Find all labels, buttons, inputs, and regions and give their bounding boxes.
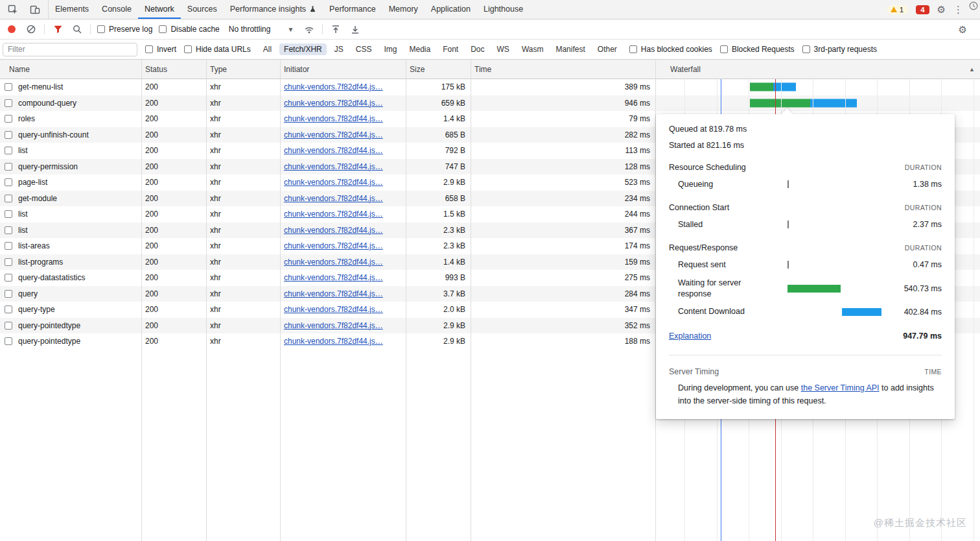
- filter-type-doc[interactable]: Doc: [466, 43, 489, 55]
- tab-performance-insights[interactable]: Performance insights: [224, 0, 323, 19]
- initiator-link[interactable]: chunk-vendors.7f82df44.js…: [284, 258, 383, 267]
- request-checkbox[interactable]: [5, 163, 12, 171]
- initiator-link[interactable]: chunk-vendors.7f82df44.js…: [284, 178, 383, 187]
- filter-type-css[interactable]: CSS: [351, 43, 377, 55]
- network-conditions-icon[interactable]: [303, 23, 316, 36]
- inspect-icon[interactable]: [6, 3, 19, 16]
- initiator-link[interactable]: chunk-vendors.7f82df44.js…: [284, 114, 383, 123]
- initiator-link[interactable]: chunk-vendors.7f82df44.js…: [284, 146, 383, 155]
- third-party-requests-checkbox[interactable]: 3rd-party requests: [802, 45, 877, 54]
- invert-checkbox[interactable]: Invert: [145, 45, 176, 54]
- column-header-initiator[interactable]: Initiator: [280, 65, 406, 74]
- column-header-waterfall[interactable]: Waterfall ▲: [655, 65, 980, 74]
- server-timing-api-link[interactable]: the Server Timing API: [801, 383, 880, 392]
- request-checkbox[interactable]: [5, 99, 12, 107]
- record-button[interactable]: [5, 23, 18, 36]
- request-checkbox[interactable]: [5, 210, 12, 218]
- search-icon[interactable]: [71, 23, 84, 36]
- request-checkbox[interactable]: [5, 83, 12, 91]
- initiator-link[interactable]: chunk-vendors.7f82df44.js…: [284, 337, 383, 346]
- size-cell: 993 B: [406, 273, 471, 282]
- import-har-icon[interactable]: [329, 23, 342, 36]
- initiator-link[interactable]: chunk-vendors.7f82df44.js…: [284, 82, 383, 91]
- initiator-link[interactable]: chunk-vendors.7f82df44.js…: [284, 305, 383, 314]
- request-checkbox[interactable]: [5, 195, 12, 202]
- column-header-size[interactable]: Size: [406, 65, 471, 74]
- initiator-link[interactable]: chunk-vendors.7f82df44.js…: [284, 162, 383, 171]
- export-har-icon[interactable]: [349, 23, 362, 36]
- tab-network[interactable]: Network: [138, 0, 181, 19]
- checkbox-label: Preserve log: [109, 25, 152, 34]
- has-blocked-cookies-checkbox[interactable]: Has blocked cookies: [629, 45, 712, 54]
- timing-row-label: Request sent: [678, 259, 726, 270]
- request-checkbox[interactable]: [5, 322, 12, 330]
- request-checkbox[interactable]: [5, 274, 12, 282]
- filter-type-ws[interactable]: WS: [493, 43, 514, 55]
- filter-type-wasm[interactable]: Wasm: [517, 43, 548, 55]
- request-checkbox[interactable]: [5, 147, 12, 154]
- initiator-cell: chunk-vendors.7f82df44.js…: [280, 194, 406, 203]
- throttling-select[interactable]: No throttling ▼: [226, 23, 297, 35]
- table-row[interactable]: get-menu-list200xhrchunk-vendors.7f82df4…: [0, 79, 980, 95]
- more-menu-icon[interactable]: ⋮: [953, 5, 963, 14]
- filter-type-font[interactable]: Font: [438, 43, 463, 55]
- tab-application[interactable]: Application: [425, 0, 477, 19]
- request-checkbox[interactable]: [5, 178, 12, 186]
- filter-type-img[interactable]: Img: [379, 43, 401, 55]
- tab-console[interactable]: Console: [95, 0, 138, 19]
- tab-sources[interactable]: Sources: [181, 0, 224, 19]
- filter-type-manifest[interactable]: Manifest: [551, 43, 589, 55]
- initiator-link[interactable]: chunk-vendors.7f82df44.js…: [284, 194, 383, 203]
- tab-elements[interactable]: Elements: [49, 0, 95, 19]
- disable-cache-checkbox[interactable]: Disable cache: [159, 25, 219, 34]
- size-cell: 2.3 kB: [406, 241, 471, 250]
- request-checkbox[interactable]: [5, 131, 12, 139]
- request-checkbox[interactable]: [5, 226, 12, 234]
- explanation-link[interactable]: Explanation: [669, 331, 711, 341]
- column-header-type[interactable]: Type: [206, 65, 280, 74]
- request-checkbox[interactable]: [5, 115, 12, 123]
- filter-icon[interactable]: [51, 23, 64, 36]
- initiator-link[interactable]: chunk-vendors.7f82df44.js…: [284, 273, 383, 282]
- request-name-cell: get-menu-list: [0, 82, 141, 91]
- filter-type-fetch-xhr[interactable]: Fetch/XHR: [279, 43, 327, 55]
- errors-badge[interactable]: 4: [916, 5, 929, 14]
- column-header-time[interactable]: Time: [471, 65, 655, 74]
- initiator-cell: chunk-vendors.7f82df44.js…: [280, 130, 406, 139]
- size-cell: 2.3 kB: [406, 226, 471, 235]
- tab-memory[interactable]: Memory: [382, 0, 425, 19]
- hide-data-urls-checkbox[interactable]: Hide data URLs: [184, 45, 251, 54]
- device-toolbar-icon[interactable]: [29, 3, 41, 16]
- tab-lighthouse[interactable]: Lighthouse: [477, 0, 530, 19]
- request-checkbox[interactable]: [5, 337, 12, 345]
- initiator-link[interactable]: chunk-vendors.7f82df44.js…: [284, 210, 383, 219]
- request-checkbox[interactable]: [5, 306, 12, 313]
- filter-input[interactable]: [3, 43, 137, 56]
- network-settings-icon[interactable]: ⚙: [959, 25, 975, 34]
- initiator-link[interactable]: chunk-vendors.7f82df44.js…: [284, 130, 383, 139]
- column-header-status[interactable]: Status: [141, 65, 206, 74]
- preserve-log-checkbox[interactable]: Preserve log: [97, 25, 152, 34]
- settings-icon[interactable]: ⚙: [937, 5, 946, 14]
- initiator-link[interactable]: chunk-vendors.7f82df44.js…: [284, 321, 383, 330]
- request-checkbox[interactable]: [5, 258, 12, 266]
- initiator-link[interactable]: chunk-vendors.7f82df44.js…: [284, 226, 383, 235]
- filter-type-media[interactable]: Media: [404, 43, 435, 55]
- filter-type-all[interactable]: All: [259, 43, 276, 55]
- filter-type-other[interactable]: Other: [593, 43, 622, 55]
- table-row[interactable]: compound-query200xhrchunk-vendors.7f82df…: [0, 95, 980, 112]
- filter-type-js[interactable]: JS: [330, 43, 348, 55]
- blocked-requests-checkbox[interactable]: Blocked Requests: [720, 45, 795, 54]
- chevron-down-icon: ▼: [287, 26, 294, 33]
- warnings-badge[interactable]: 1: [887, 5, 908, 14]
- timing-row: Waiting for server response540.73 ms: [678, 278, 942, 300]
- initiator-link[interactable]: chunk-vendors.7f82df44.js…: [284, 241, 383, 250]
- tab-performance[interactable]: Performance: [323, 0, 382, 19]
- column-header-name[interactable]: Name: [0, 65, 141, 74]
- request-checkbox[interactable]: [5, 242, 12, 250]
- initiator-link[interactable]: chunk-vendors.7f82df44.js…: [284, 289, 383, 298]
- initiator-link[interactable]: chunk-vendors.7f82df44.js…: [284, 99, 383, 108]
- clear-button[interactable]: [25, 23, 38, 36]
- type-cell: xhr: [206, 146, 280, 155]
- request-checkbox[interactable]: [5, 290, 12, 298]
